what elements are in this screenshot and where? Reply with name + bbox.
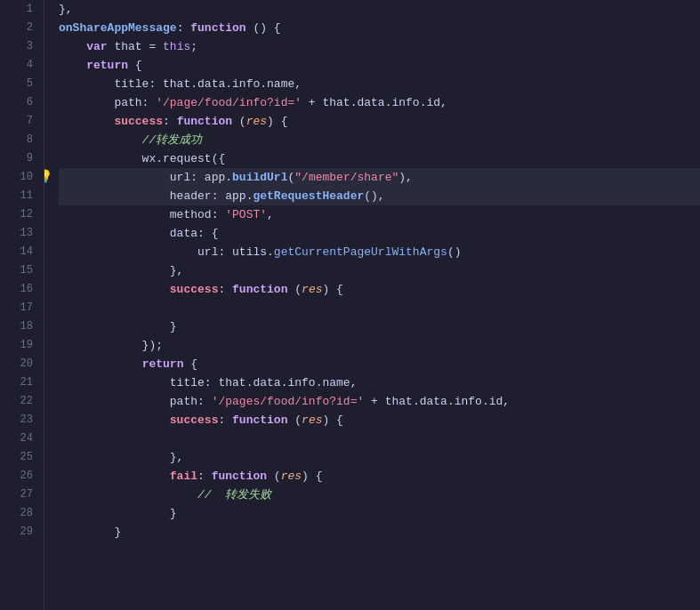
token: ) { bbox=[302, 467, 322, 486]
token: ( bbox=[287, 168, 294, 187]
code-line-10: 💡 url: app.buildUrl("/member/share"), bbox=[59, 168, 700, 187]
gutter-icon-10: 💡 bbox=[44, 168, 52, 187]
token: : bbox=[163, 112, 177, 131]
token: ( bbox=[232, 112, 246, 131]
token: } bbox=[59, 523, 121, 542]
token: () { bbox=[246, 19, 281, 37]
token: + that.data.info.id, bbox=[364, 392, 510, 411]
code-line-24 bbox=[59, 429, 700, 448]
token: title: that.data.info.name, bbox=[59, 75, 302, 93]
code-line-6: path: '/page/food/info?id=' + that.data.… bbox=[59, 93, 700, 112]
line-number-13: 13 bbox=[0, 224, 33, 243]
line-number-1: 1 bbox=[0, 0, 33, 19]
line-numbers: 1234567891011121314151617181920212223242… bbox=[0, 0, 44, 610]
line-number-26: 26 bbox=[0, 467, 33, 486]
token: getCurrentPageUrlWithArgs bbox=[274, 243, 447, 261]
line-number-10: 10 bbox=[0, 168, 33, 187]
token: function bbox=[177, 112, 232, 131]
line-number-4: 4 bbox=[0, 56, 33, 75]
code-line-15: }, bbox=[59, 261, 700, 280]
token bbox=[59, 56, 86, 75]
code-line-9: wx.request({ bbox=[59, 149, 700, 168]
line-number-14: 14 bbox=[0, 243, 33, 261]
code-line-19: }); bbox=[59, 336, 700, 355]
token: res bbox=[246, 112, 267, 131]
token: onShareAppMessage bbox=[59, 19, 177, 37]
token: wx.request({ bbox=[59, 149, 225, 168]
line-number-28: 28 bbox=[0, 504, 33, 523]
token: data: { bbox=[59, 224, 218, 243]
token: (), bbox=[364, 187, 384, 205]
token: header: app. bbox=[59, 187, 253, 205]
line-number-20: 20 bbox=[0, 355, 33, 373]
line-number-22: 22 bbox=[0, 392, 33, 411]
token: success bbox=[59, 112, 163, 131]
token: title: that.data.info.name, bbox=[59, 373, 357, 392]
code-line-27: // 转发失败 bbox=[59, 486, 700, 504]
token: success bbox=[59, 411, 218, 429]
code-line-5: title: that.data.info.name, bbox=[59, 75, 700, 93]
line-number-17: 17 bbox=[0, 299, 33, 317]
line-number-11: 11 bbox=[0, 187, 33, 205]
token: 'POST' bbox=[225, 205, 267, 224]
token: return bbox=[142, 355, 184, 373]
token: { bbox=[183, 355, 197, 373]
line-number-21: 21 bbox=[0, 373, 33, 392]
token: , bbox=[267, 205, 274, 224]
line-number-9: 9 bbox=[0, 149, 33, 168]
line-number-5: 5 bbox=[0, 75, 33, 93]
token: function bbox=[232, 411, 287, 429]
token: return bbox=[86, 56, 128, 75]
token: getRequestHeader bbox=[253, 187, 364, 205]
token: //转发成功 bbox=[59, 131, 202, 149]
code-line-11: header: app.getRequestHeader(), bbox=[59, 187, 700, 205]
line-number-27: 27 bbox=[0, 486, 33, 504]
token: url: utils. bbox=[59, 243, 274, 261]
token: ( bbox=[287, 280, 302, 299]
token: ( bbox=[287, 411, 302, 429]
code-line-29: } bbox=[59, 523, 700, 542]
code-line-4: return { bbox=[59, 56, 700, 75]
code-line-12: method: 'POST', bbox=[59, 205, 700, 224]
token: + that.data.info.id, bbox=[302, 93, 447, 112]
token: "/member/share" bbox=[294, 168, 398, 187]
token: fail bbox=[59, 467, 197, 486]
line-number-15: 15 bbox=[0, 261, 33, 280]
line-number-23: 23 bbox=[0, 411, 33, 429]
token bbox=[59, 37, 86, 56]
line-number-2: 2 bbox=[0, 19, 33, 37]
code-line-20: return { bbox=[59, 355, 700, 373]
code-line-1: }, bbox=[59, 0, 700, 19]
token bbox=[59, 355, 142, 373]
token: ) { bbox=[322, 280, 342, 299]
token: function bbox=[190, 19, 245, 37]
line-number-6: 6 bbox=[0, 93, 33, 112]
code-line-2: onShareAppMessage: function () { bbox=[59, 19, 700, 37]
code-line-3: var that = this; bbox=[59, 37, 700, 56]
token: '/pages/food/info?id=' bbox=[212, 392, 365, 411]
token: method: bbox=[59, 205, 225, 224]
line-number-25: 25 bbox=[0, 448, 33, 467]
line-number-19: 19 bbox=[0, 336, 33, 355]
token: : bbox=[218, 411, 232, 429]
code-line-23: success: function (res) { bbox=[59, 411, 700, 429]
token: }, bbox=[59, 0, 73, 19]
code-editor: 1234567891011121314151617181920212223242… bbox=[0, 0, 700, 610]
code-line-22: path: '/pages/food/info?id=' + that.data… bbox=[59, 392, 700, 411]
code-line-13: data: { bbox=[59, 224, 700, 243]
token: // 转发失败 bbox=[59, 486, 271, 504]
token: path: bbox=[59, 392, 212, 411]
code-line-7: success: function (res) { bbox=[59, 112, 700, 131]
token: ; bbox=[190, 37, 197, 56]
code-line-8: //转发成功 bbox=[59, 131, 700, 149]
code-line-18: } bbox=[59, 317, 700, 336]
token: success bbox=[59, 280, 218, 299]
code-line-25: }, bbox=[59, 448, 700, 467]
code-line-21: title: that.data.info.name, bbox=[59, 373, 700, 392]
token: res bbox=[302, 280, 322, 299]
token: ), bbox=[398, 168, 413, 187]
token: var bbox=[86, 37, 107, 56]
code-area[interactable]: },onShareAppMessage: function () { var t… bbox=[44, 0, 700, 610]
token: } bbox=[59, 504, 177, 523]
token: }, bbox=[59, 261, 183, 280]
